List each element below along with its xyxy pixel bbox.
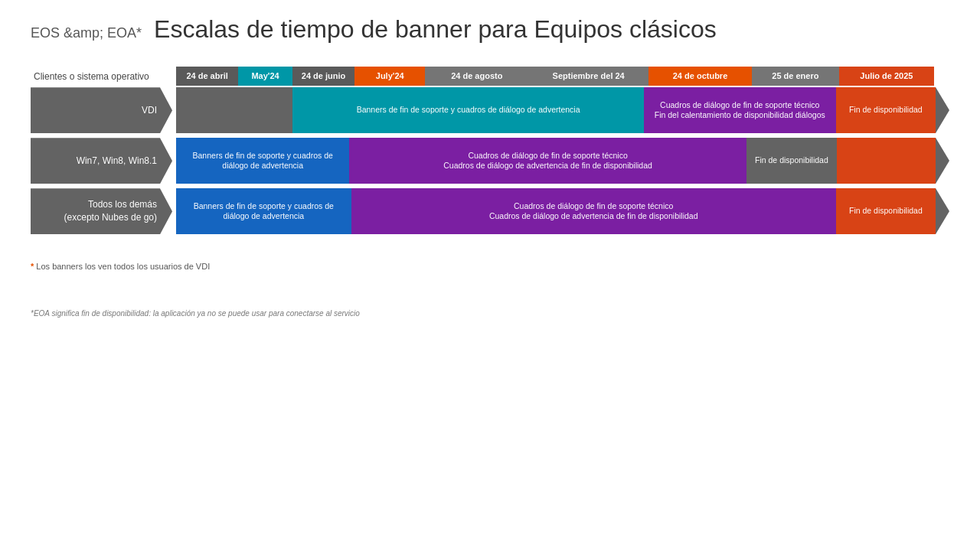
row-label-others: Todos los demás(excepto Nubes de go) (31, 188, 172, 234)
bar-segment-vdi-2: Cuadros de diálogo de fin de soporte téc… (644, 87, 836, 133)
date-header-jan: 25 de enero (752, 67, 839, 86)
bar-segment-win7-0: Banners de fin de soporte y cuadros de d… (176, 138, 349, 184)
date-header-jun: 24 de junio (292, 67, 354, 86)
column-label-header: Clientes o sistema operativo (31, 71, 172, 82)
date-headers-area: 24 de abrilMay'2424 de junioJuly'2424 de… (176, 67, 934, 86)
row-bars-vdi: Banners de fin de soporte y cuadros de d… (176, 87, 949, 133)
date-header-aug: 24 de agosto (425, 67, 528, 86)
row-label-arrow-vdi: VDI (31, 87, 172, 133)
footnote-eoa: *EOA significa fin de disponibilidad: la… (31, 309, 949, 318)
bar-segment-others-1: Cuadros de diálogo de fin de soporte téc… (351, 188, 836, 234)
date-header-jul25: Julio de 2025 (839, 67, 934, 86)
footnote-main: * Los banners los ven todos los usuarios… (31, 262, 949, 271)
bar-segment-vdi-3: Fin de disponibilidad (836, 87, 936, 133)
date-header-sep: Septiembre del 24 (528, 67, 648, 86)
row-label-arrow-others: Todos los demás(excepto Nubes de go) (31, 188, 172, 234)
timeline-row-others: Todos los demás(excepto Nubes de go)Bann… (31, 188, 949, 234)
row-label-vdi: VDI (31, 87, 172, 133)
row-end-arrow-vdi (936, 87, 949, 133)
bar-segment-others-2: Fin de disponibilidad (836, 188, 936, 234)
row-label-win7: Win7, Win8, Win8.1 (31, 138, 172, 184)
timeline-grid: Clientes o sistema operativo 24 de abril… (31, 67, 949, 239)
bar-segment-win7-3 (837, 138, 936, 184)
bar-segment-vdi-0 (176, 87, 292, 133)
footnote-main-text: Los banners los ven todos los usuarios d… (36, 262, 210, 271)
row-end-arrow-others (936, 188, 949, 234)
date-header-may: May'24 (238, 67, 292, 86)
clients-os-label: Clientes o sistema operativo (34, 71, 149, 82)
bar-segment-others-0: Banners de fin de soporte y cuadros de d… (176, 188, 351, 234)
row-bars-win7: Banners de fin de soporte y cuadros de d… (176, 138, 949, 184)
footnote-eoa-text: *EOA significa fin de disponibilidad: la… (31, 309, 360, 318)
bar-segment-win7-2: Fin de disponibilidad (746, 138, 837, 184)
date-header-oct: 24 de octubre (648, 67, 752, 86)
header-prefix: EOS &amp; EOA* (31, 25, 142, 41)
row-end-arrow-win7 (936, 138, 949, 184)
bar-segment-win7-1: Cuadros de diálogo de fin de soporte téc… (349, 138, 746, 184)
timeline-row-vdi: VDIBanners de fin de soporte y cuadros d… (31, 87, 949, 133)
timeline-row-win7: Win7, Win8, Win8.1Banners de fin de sopo… (31, 138, 949, 184)
timeline-header-row: Clientes o sistema operativo 24 de abril… (31, 67, 949, 86)
page-wrapper: EOS &amp; EOA* Escalas de tiempo de bann… (0, 0, 980, 551)
row-label-arrow-win7: Win7, Win8, Win8.1 (31, 138, 172, 184)
page-header: EOS &amp; EOA* Escalas de tiempo de bann… (31, 15, 949, 44)
row-bars-others: Banners de fin de soporte y cuadros de d… (176, 188, 949, 234)
date-header-apr: 24 de abril (176, 67, 238, 86)
date-header-jul: July'24 (354, 67, 425, 86)
bar-segment-vdi-1: Banners de fin de soporte y cuadros de d… (292, 87, 644, 133)
timeline-rows-container: VDIBanners de fin de soporte y cuadros d… (31, 87, 949, 239)
header-title: Escalas de tiempo de banner para Equipos… (154, 15, 717, 44)
